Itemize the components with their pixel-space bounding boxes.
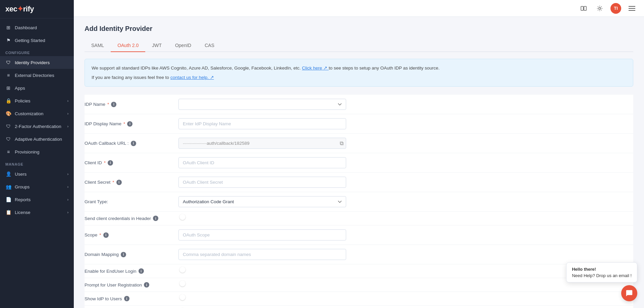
click-here-link[interactable]: Click here ↗ [302, 65, 329, 71]
sidebar-item-label: Identity Providers [15, 60, 50, 65]
oauth-callback-input [178, 138, 346, 149]
sidebar-item-label: Customization [15, 111, 44, 116]
sidebar-item-license[interactable]: 📋 License › [0, 206, 74, 219]
sidebar-item-label: Policies [15, 98, 31, 103]
client-secret-row: Client Secret* i [85, 173, 633, 192]
adaptive-auth-icon: 🛡 [5, 136, 11, 142]
license-icon: 📋 [5, 209, 11, 215]
oauth-callback-control: ⧉ [178, 138, 346, 149]
client-secret-control [178, 177, 346, 188]
tab-oauth2[interactable]: OAuth 2.0 [111, 39, 145, 52]
sidebar-item-external-directories[interactable]: ≡ External Directories [0, 69, 74, 82]
grant-type-select[interactable]: Authorization Code Grant Implicit Grant … [178, 196, 346, 207]
show-idp-row: Show IdP to Users i [85, 292, 633, 306]
client-id-control [178, 157, 346, 168]
scope-label: Scope* i [85, 232, 178, 238]
client-id-info-icon[interactable]: i [108, 160, 113, 166]
prompt-registration-row: Prompt for User Registration i [85, 278, 633, 292]
chevron-right-icon: › [67, 112, 68, 116]
chat-open-button[interactable] [621, 285, 637, 301]
scope-input[interactable] [178, 229, 346, 240]
configure-section-label: Configure [0, 47, 74, 56]
settings-icon[interactable] [594, 3, 605, 14]
tab-cas[interactable]: CAS [198, 39, 221, 52]
user-avatar[interactable]: TI [610, 3, 621, 14]
tab-jwt[interactable]: JWT [145, 39, 168, 52]
scope-row: Scope* i [85, 225, 633, 245]
contact-us-link[interactable]: contact us for help. ↗ [170, 75, 214, 80]
split-view-icon[interactable] [578, 3, 589, 14]
client-secret-info-icon[interactable]: i [116, 180, 122, 185]
sidebar-item-label: Reports [15, 197, 31, 202]
tab-openid[interactable]: OpenID [168, 39, 198, 52]
scope-control [178, 229, 346, 240]
chevron-right-icon: › [67, 185, 68, 189]
main-content: TI Add Identity Provider SAML OAuth 2.0 … [74, 0, 644, 308]
chevron-right-icon: › [67, 198, 68, 202]
getting-started-icon: ⚑ [5, 37, 11, 43]
sidebar-item-label: 2-Factor Authentication [15, 124, 61, 129]
show-idp-control [178, 296, 346, 301]
client-id-row: Client ID* i [85, 153, 633, 173]
sidebar-item-identity-providers[interactable]: 🛡 Identity Providers [0, 56, 74, 69]
chat-widget: Hello there! Need Help? Drop us an email… [566, 262, 637, 301]
idp-display-name-control [178, 118, 346, 129]
tab-bar: SAML OAuth 2.0 JWT OpenID CAS [85, 39, 633, 52]
sidebar-item-adaptive-auth[interactable]: 🛡 Adaptive Authentication [0, 133, 74, 145]
client-id-input[interactable] [178, 157, 346, 168]
sidebar-item-customization[interactable]: 🎨 Customization › [0, 107, 74, 120]
idp-name-control [178, 99, 346, 110]
enable-enduser-row: Enable for EndUser Login i [85, 264, 633, 278]
send-credentials-label: Send client credentials in Header i [85, 216, 178, 221]
sidebar-item-getting-started[interactable]: ⚑ Getting Started [0, 34, 74, 47]
sidebar-item-provisioning[interactable]: ≡ Provisioning [0, 145, 74, 158]
sidebar-item-dashboard[interactable]: ⊞ Dashboard [0, 21, 74, 34]
hamburger-icon[interactable] [627, 3, 637, 14]
info-text-1: We support all standard IDPs like AWS Co… [92, 64, 626, 72]
show-idp-label: Show IdP to Users i [85, 296, 178, 301]
enable-enduser-info-icon[interactable]: i [139, 268, 144, 274]
idp-name-label: IDP Name* i [85, 102, 178, 107]
sidebar-item-users[interactable]: 👤 Users › [0, 168, 74, 180]
sidebar-item-groups[interactable]: 👥 Groups › [0, 180, 74, 193]
sidebar-item-reports[interactable]: 📄 Reports › [0, 193, 74, 206]
client-secret-label: Client Secret* i [85, 180, 178, 185]
chevron-right-icon: › [67, 211, 68, 214]
idp-name-info-icon[interactable]: i [111, 102, 116, 107]
customization-icon: 🎨 [5, 111, 11, 117]
copy-button[interactable]: ⧉ [340, 140, 343, 146]
prompt-registration-label: Prompt for User Registration i [85, 282, 178, 288]
logo: xec✦rify [5, 5, 34, 13]
enable-enduser-label: Enable for EndUser Login i [85, 268, 178, 274]
prompt-registration-info-icon[interactable]: i [144, 282, 149, 288]
idp-name-select[interactable] [178, 99, 346, 110]
oauth-callback-info-icon[interactable]: i [131, 141, 136, 146]
scope-info-icon[interactable]: i [103, 232, 109, 238]
domain-mapping-input[interactable] [178, 249, 346, 260]
idp-display-name-info-icon[interactable]: i [127, 121, 132, 127]
client-secret-input[interactable] [178, 177, 346, 188]
info-box: We support all standard IDPs like AWS Co… [85, 59, 633, 87]
sidebar-item-apps[interactable]: ⊞ Apps [0, 82, 74, 94]
sidebar-nav: ⊞ Dashboard ⚑ Getting Started Configure … [0, 18, 74, 308]
apps-icon: ⊞ [5, 85, 11, 91]
oauth-callback-row: OAuth Callback URL : i ⧉ [85, 134, 633, 153]
sidebar-item-label: Dashboard [15, 25, 37, 30]
sidebar-item-label: Apps [15, 86, 25, 91]
identity-providers-icon: 🛡 [5, 59, 11, 65]
send-credentials-info-icon[interactable]: i [153, 216, 158, 221]
sidebar-item-label: Users [15, 172, 26, 177]
sidebar-item-label: Getting Started [15, 38, 45, 43]
tab-saml[interactable]: SAML [85, 39, 111, 52]
sidebar-item-policies[interactable]: 🔒 Policies › [0, 94, 74, 107]
client-id-label: Client ID* i [85, 160, 178, 166]
idp-display-name-input[interactable] [178, 118, 346, 129]
chevron-right-icon: › [67, 125, 68, 128]
show-idp-info-icon[interactable]: i [124, 296, 129, 301]
domain-mapping-info-icon[interactable]: i [121, 252, 126, 257]
provisioning-icon: ≡ [5, 149, 11, 155]
chat-hello: Hello there! [572, 267, 632, 272]
grant-type-row: Grant Type: Authorization Code Grant Imp… [85, 192, 633, 212]
enable-enduser-control [178, 268, 346, 274]
sidebar-item-2fa[interactable]: 🛡 2-Factor Authentication › [0, 120, 74, 133]
